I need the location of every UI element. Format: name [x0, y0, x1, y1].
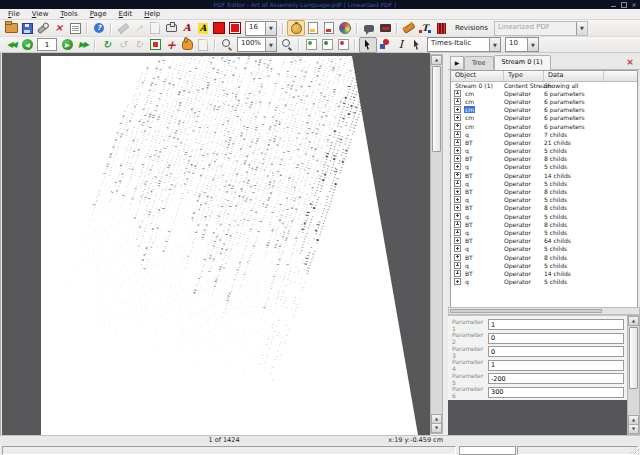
- chevron-down-icon[interactable]: ▼: [265, 38, 276, 51]
- tree-row[interactable]: cm Operator 6 parameters: [451, 89, 637, 97]
- tree-horizontal-scrollbar[interactable]: [448, 307, 640, 315]
- text-select-button[interactable]: I: [393, 38, 409, 52]
- select-tool-button[interactable]: [359, 37, 377, 53]
- text-format-button[interactable]: T: [417, 21, 433, 35]
- save-button[interactable]: [19, 21, 35, 35]
- scroll-down-icon[interactable]: ▼: [431, 423, 442, 433]
- extract-text-button[interactable]: [305, 21, 321, 35]
- tree-row[interactable]: BT Operator 8 childs: [451, 204, 637, 212]
- stroke-color-button[interactable]: [227, 21, 243, 35]
- expand-icon[interactable]: [454, 172, 461, 179]
- document-canvas[interactable]: . .. .. . . . . .. ....l.,:,,: .....t.:s…: [2, 53, 430, 435]
- expand-icon[interactable]: [454, 213, 461, 220]
- expand-icon[interactable]: [454, 131, 461, 138]
- scroll-up-icon[interactable]: ▲: [628, 316, 639, 326]
- previous-page-button[interactable]: ◀: [19, 38, 35, 52]
- next-page-button[interactable]: ▶: [59, 38, 75, 52]
- parameter-input[interactable]: [488, 387, 624, 398]
- scrollbar-thumb[interactable]: [629, 327, 638, 389]
- expand-icon[interactable]: [454, 98, 461, 105]
- scrollbar-thumb[interactable]: [450, 309, 602, 313]
- fit-window-button[interactable]: [147, 38, 163, 52]
- expand-icon[interactable]: [454, 114, 461, 121]
- zoom-object-add-button[interactable]: [303, 38, 319, 52]
- multimedia-button[interactable]: [377, 21, 393, 35]
- tree-row[interactable]: Stream 0 (1) Content Stream Showing all: [451, 81, 637, 89]
- help-button[interactable]: ?: [91, 21, 107, 35]
- delete-button[interactable]: ×: [51, 21, 67, 35]
- panel-tab[interactable]: Stream 0 (1): [494, 55, 551, 71]
- tree-row[interactable]: BT Operator 14 childs: [451, 171, 637, 179]
- rotate-right-button[interactable]: ↻: [131, 38, 147, 52]
- form-button[interactable]: [67, 21, 83, 35]
- tree-row[interactable]: cm Operator 6 parameters: [451, 106, 637, 114]
- tree-row[interactable]: q Operator 5 childs: [451, 179, 637, 187]
- font-name-combo[interactable]: Times-Italic ▼: [427, 37, 501, 52]
- magnifier-button[interactable]: [219, 38, 235, 52]
- page-number-input[interactable]: [37, 38, 57, 51]
- minimize-icon[interactable]: [610, 2, 617, 7]
- decode-streams-button[interactable]: [287, 20, 305, 36]
- panel-tab[interactable]: Tree: [464, 56, 494, 71]
- arrow-tool-button[interactable]: ↗: [131, 21, 147, 35]
- expand-icon[interactable]: [454, 90, 461, 97]
- zoom-combo[interactable]: 100% ▼: [237, 37, 277, 52]
- text-color-red-button[interactable]: A: [179, 21, 195, 35]
- title-bar[interactable]: PDF Editor - Art of Assembly Language.pd…: [0, 0, 640, 9]
- tree-row[interactable]: q Operator 5 childs: [451, 196, 637, 204]
- menu-item[interactable]: File: [2, 9, 26, 19]
- font-size-combo-2[interactable]: 10 ▼: [505, 37, 539, 52]
- expand-icon[interactable]: [454, 221, 461, 228]
- menu-item[interactable]: Edit: [113, 9, 139, 19]
- pointer-button[interactable]: [409, 38, 425, 52]
- font-size-combo[interactable]: 16 ▼: [245, 21, 277, 36]
- pan-hand-button[interactable]: [179, 38, 195, 52]
- expand-icon[interactable]: [454, 229, 461, 236]
- expand-icon[interactable]: [454, 123, 461, 130]
- snapshot-page-button[interactable]: [195, 38, 211, 52]
- phone-button[interactable]: [401, 21, 417, 35]
- parameter-input[interactable]: [488, 346, 624, 357]
- tree-row[interactable]: q Operator 5 childs: [451, 245, 637, 253]
- maximize-icon[interactable]: [620, 2, 627, 7]
- menu-item[interactable]: View: [26, 9, 55, 19]
- tree-row[interactable]: BT Operator 8 childs: [451, 220, 637, 228]
- expand-icon[interactable]: [454, 139, 461, 146]
- tree-row[interactable]: cm Operator 6 parameters: [451, 114, 637, 122]
- zoom-in-button[interactable]: +: [163, 38, 179, 52]
- expand-icon[interactable]: [454, 237, 461, 244]
- tree-row[interactable]: q Operator 7 childs: [451, 130, 637, 138]
- parameter-input[interactable]: [488, 360, 624, 371]
- tree-row[interactable]: q Operator 5 childs: [451, 228, 637, 236]
- last-page-button[interactable]: ▶▶: [75, 38, 91, 52]
- stamp-button[interactable]: [163, 21, 179, 35]
- color-manager-button[interactable]: [337, 21, 353, 35]
- parameter-input[interactable]: [488, 319, 624, 330]
- column-header-object[interactable]: Object: [451, 71, 504, 81]
- expand-icon[interactable]: [454, 270, 461, 277]
- expand-icon[interactable]: [454, 180, 461, 187]
- menu-item[interactable]: Page: [84, 9, 113, 19]
- zoom-object-remove-button[interactable]: [335, 38, 351, 52]
- parameter-input[interactable]: [488, 333, 624, 344]
- zoom-object-minus-button[interactable]: [319, 38, 335, 52]
- tree-row[interactable]: cm Operator 6 parameters: [451, 122, 637, 130]
- menu-item[interactable]: Help: [138, 9, 166, 19]
- magnifier-edit-button[interactable]: [279, 38, 295, 52]
- open-file-button[interactable]: [3, 21, 19, 35]
- extract-page-button[interactable]: [321, 21, 337, 35]
- fill-color-button[interactable]: [211, 21, 227, 35]
- expand-icon[interactable]: [454, 155, 461, 162]
- expand-icon[interactable]: [454, 106, 461, 113]
- tree-row[interactable]: BT Operator 8 childs: [451, 155, 637, 163]
- comments-button[interactable]: [361, 21, 377, 35]
- chevron-down-icon[interactable]: ▼: [489, 38, 500, 51]
- object-select-button[interactable]: [377, 38, 393, 52]
- expand-icon[interactable]: [454, 245, 461, 252]
- scrollbar-thumb[interactable]: [432, 66, 441, 152]
- rotate-left-button[interactable]: ↺: [115, 38, 131, 52]
- repair-button[interactable]: [35, 21, 51, 35]
- expand-icon[interactable]: [454, 196, 461, 203]
- expand-icon[interactable]: [454, 188, 461, 195]
- chevron-down-icon[interactable]: ▼: [265, 22, 276, 35]
